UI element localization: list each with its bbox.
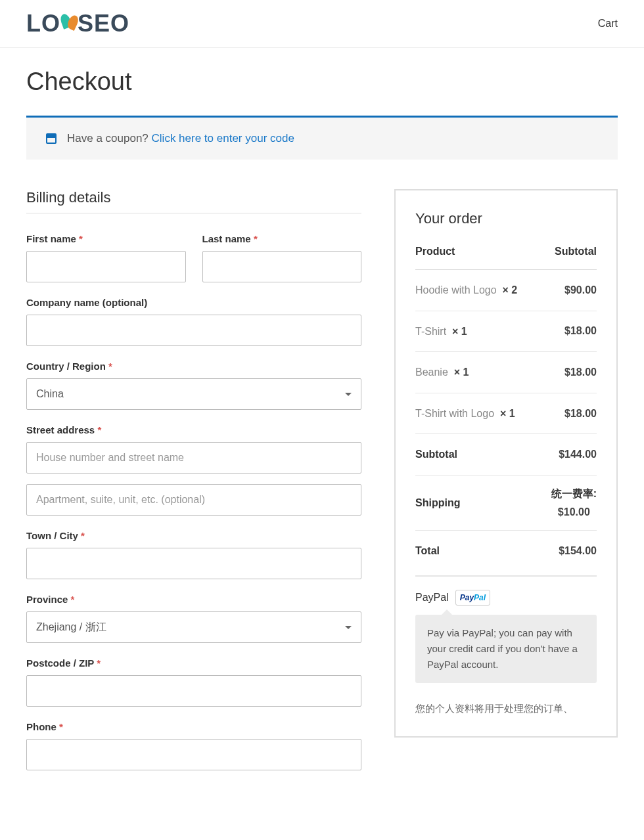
last-name-label: Last name *: [202, 233, 362, 244]
order-shipping-row: Shipping 统一费率: $10.00: [415, 475, 597, 531]
order-item: T-Shirt × 1 $18.00: [415, 311, 597, 353]
coupon-banner: Have a coupon? Click here to enter your …: [26, 116, 618, 160]
privacy-text: 您的个人资料将用于处理您的订单、: [415, 700, 597, 717]
company-label: Company name (optional): [26, 297, 361, 308]
last-name-input[interactable]: [202, 251, 362, 282]
country-label: Country / Region *: [26, 361, 361, 372]
first-name-label: First name *: [26, 233, 186, 244]
site-logo[interactable]: LO SEO: [26, 10, 129, 37]
zip-input[interactable]: [26, 675, 361, 707]
coupon-prompt: Have a coupon?: [67, 132, 152, 144]
country-value: China: [36, 388, 64, 400]
coupon-link[interactable]: Click here to enter your code: [152, 132, 294, 144]
chevron-down-icon: [345, 626, 352, 629]
billing-heading: Billing details: [26, 189, 361, 213]
logo-leaf-icon: [59, 14, 79, 33]
order-item: T-Shirt with Logo × 1 $18.00: [415, 393, 597, 435]
payment-message: Pay via PayPal; you can pay with your cr…: [415, 615, 597, 683]
cart-link[interactable]: Cart: [598, 18, 618, 30]
country-select[interactable]: China: [26, 378, 361, 410]
payment-method-paypal[interactable]: PayPal PayPal: [415, 590, 597, 606]
province-value: Zhejiang / 浙江: [36, 621, 106, 634]
company-input[interactable]: [26, 315, 361, 346]
order-total-row: Total $154.00: [415, 531, 597, 577]
city-label: Town / City *: [26, 530, 361, 541]
order-item: Hoodie with Logo × 2 $90.00: [415, 270, 597, 311]
chevron-down-icon: [345, 393, 352, 396]
coupon-icon: [46, 133, 57, 144]
logo-text-left: LO: [26, 10, 60, 37]
paypal-icon: PayPal: [455, 590, 490, 606]
payment-method-label: PayPal: [415, 592, 449, 604]
street2-input[interactable]: [26, 484, 361, 516]
zip-label: Postcode / ZIP *: [26, 657, 361, 669]
order-item: Beanie × 1 $18.00: [415, 352, 597, 393]
phone-input[interactable]: [26, 739, 361, 770]
order-subtotal-row: Subtotal $144.00: [415, 434, 597, 475]
first-name-input[interactable]: [26, 251, 186, 282]
province-label: Province *: [26, 594, 361, 605]
province-select[interactable]: Zhejiang / 浙江: [26, 611, 361, 643]
city-input[interactable]: [26, 548, 361, 579]
page-title: Checkout: [26, 68, 618, 96]
order-col-subtotal: Subtotal: [555, 246, 597, 257]
order-summary: Your order Product Subtotal Hoodie with …: [394, 189, 618, 738]
order-heading: Your order: [415, 210, 597, 227]
phone-label: Phone *: [26, 721, 361, 732]
street-label: Street address *: [26, 424, 361, 435]
street1-input[interactable]: [26, 442, 361, 474]
order-col-product: Product: [415, 246, 455, 257]
logo-text-right: SEO: [78, 10, 129, 37]
